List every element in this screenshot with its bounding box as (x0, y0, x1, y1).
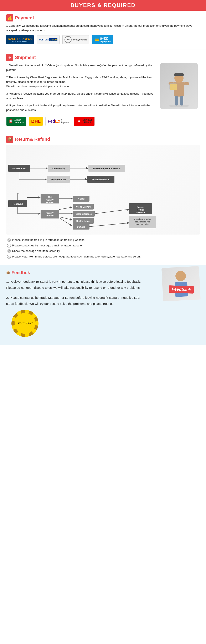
circle-4: ④ (7, 255, 11, 258)
gold-badge-inner: Your Text (14, 313, 35, 334)
shipment-section: ✈ Shipment 1. We will sent the items wit… (0, 50, 206, 130)
return-list-item-4: ④ Please Note: Men made defects are not … (6, 254, 200, 259)
fedex-logo: FedEx ®Express (45, 117, 71, 126)
flowchart-container: Not Received On the Way Please be patien… (6, 145, 200, 234)
svg-text:Problem: Problem (46, 214, 54, 217)
return-list-text-2: Please contact us by meesage, e-mail, or… (12, 244, 83, 248)
feedback-image-placeholder: Feedback (161, 266, 201, 302)
shipment-image-col (158, 63, 200, 115)
payment-title-row: 💰 Payment (6, 14, 200, 22)
return-icon-badge: 📦 (6, 136, 13, 143)
svg-text:Refund: Refund (137, 209, 144, 211)
shipment-point-3: 3. When you receive the items you ordere… (6, 92, 156, 101)
svg-text:Received: Received (13, 203, 23, 205)
svg-text:Received/Lost: Received/Lost (51, 178, 66, 181)
return-title-row: 📦 Return& Refund (6, 136, 200, 143)
gold-badge: Your Text (12, 311, 37, 336)
svg-text:Not Received: Not Received (12, 167, 26, 170)
svg-marker-45 (38, 213, 41, 215)
shipment-image (160, 63, 198, 109)
svg-text:Wrong Delivery: Wrong Delivery (76, 206, 91, 208)
shipment-icon-badge: ✈ (6, 54, 13, 61)
return-refund-section: 📦 Return& Refund Not Received On the Way… (0, 132, 206, 263)
feedback-icon-badge: 📦 (6, 271, 10, 274)
return-list-item-2: ② Please contact us by meesage, e-mail, … (6, 244, 200, 248)
feedback-title: Feedbck (11, 270, 30, 276)
shipment-point-2: 2.The shipment by China Post Registered … (6, 75, 156, 89)
circle-2: ② (7, 244, 11, 248)
svg-marker-15 (46, 167, 48, 169)
feedback-section: 📦 Feedbck Feedback 1. Positive Feedback … (0, 265, 206, 345)
shipment-title: Shipment (15, 55, 36, 60)
return-list-item-1: ① Please check the tracking in formation… (6, 238, 200, 242)
svg-text:Please be patient to wait: Please be patient to wait (93, 167, 120, 170)
svg-line-75 (90, 223, 127, 226)
flowchart-svg: Not Received On the Way Please be patien… (6, 145, 200, 232)
feedback-point-1: 1. Positive Feedback (5 Stars) is very i… (6, 279, 141, 290)
return-title: Return& Refund (15, 136, 50, 142)
svg-rect-4 (174, 74, 184, 76)
alipay-logo: 💳 支付宝 Alipay.com (92, 35, 113, 44)
bank-transfer-logo: BANK TRANSFER INTERNATIONAL (6, 35, 34, 44)
circle-1: ① (7, 238, 11, 242)
page-title: BUYERS & REQUIRED (0, 2, 206, 8)
sf-express-logo: SF EXPRESS顺丰速运 (74, 117, 95, 126)
svg-text:Not: Not (48, 196, 52, 198)
svg-text:Not fit: Not fit (78, 198, 85, 200)
circle-3: ③ (7, 249, 11, 253)
svg-text:could also tell us: could also tell us (136, 223, 150, 225)
svg-rect-46 (41, 210, 59, 218)
payment-title: Payment (15, 15, 34, 21)
chinapost-logo: 📮 中国邮政 CHINA POST (6, 117, 26, 126)
svg-line-61 (95, 210, 127, 214)
return-list-text-4: Please Note: Men made defects are not gu… (12, 254, 141, 259)
return-list-text-3: Check the package and Item, carefully. (12, 249, 60, 253)
svg-line-49 (59, 208, 71, 210)
delivery-person-svg (165, 65, 193, 107)
svg-marker-34 (38, 196, 41, 198)
svg-marker-28 (85, 178, 87, 180)
shipping-logos-row: 📮 中国邮政 CHINA POST DHL FedEx ®Express SF … (6, 117, 200, 126)
gold-badge-text: Your Text (17, 322, 33, 325)
feedback-point-2: 2. Please contact us by Trade Manager or… (6, 295, 141, 307)
return-list-text-1: Please check the tracking in formation o… (12, 238, 85, 242)
svg-text:Problem: Problem (46, 202, 54, 204)
shipment-point-4: 4. If you have not got it within the shi… (6, 103, 156, 112)
return-list-item-3: ③ Check the package and Item, carefully. (6, 249, 200, 253)
svg-text:Quality: Quality (46, 212, 53, 214)
shipment-title-row: ✈ Shipment (6, 54, 200, 61)
payment-section: 💰 Payment 1.Generally, we accept the fol… (0, 11, 206, 48)
svg-marker-64 (70, 218, 72, 220)
svg-point-0 (169, 105, 189, 107)
svg-text:On the Way: On the Way (52, 167, 65, 170)
svg-marker-24 (45, 178, 47, 180)
svg-text:Quality Defect: Quality Defect (76, 220, 90, 222)
svg-text:If you have any else: If you have any else (134, 218, 151, 220)
gold-badge-container: Your Text (6, 311, 200, 336)
svg-rect-10 (175, 96, 178, 106)
shipment-text-col: 1. We will sent the items within 2-5days… (6, 63, 156, 115)
feedback-label: Feedback (169, 286, 194, 294)
payment-logos-row: BANK TRANSFER INTERNATIONAL WESTERN UNIO… (6, 35, 200, 44)
svg-marker-19 (86, 167, 89, 169)
feedback-text-container: 1. Positive Feedback (5 Stars) is very i… (6, 279, 141, 307)
svg-text:Discount: Discount (136, 212, 145, 214)
svg-marker-54 (71, 213, 73, 215)
payment-description: 1.Generally, we accept the following pay… (6, 24, 200, 32)
shipment-point-1: 1. We will sent the items within 2-5days… (6, 63, 156, 72)
svg-text:requirements you: requirements you (135, 221, 150, 223)
page-header: BUYERS & REQUIRED (0, 0, 206, 11)
svg-text:Quality: Quality (46, 199, 53, 201)
return-numbered-list: ① Please check the tracking in formation… (6, 238, 200, 259)
svg-text:Resend: Resend (137, 206, 144, 208)
svg-marker-40 (71, 198, 73, 200)
dhl-logo: DHL (29, 117, 43, 126)
moneybookers-logo: mb moneybookers (62, 35, 89, 44)
svg-text:Damage: Damage (77, 226, 85, 228)
svg-text:Received/Refund: Received/Refund (92, 178, 110, 181)
svg-text:Color Difference: Color Difference (76, 213, 92, 215)
svg-marker-68 (70, 224, 72, 226)
shipment-content: 1. We will sent the items within 2-5days… (6, 63, 200, 115)
western-union-logo: WESTERN UNION (37, 35, 60, 44)
payment-icon-badge: 💰 (6, 14, 13, 22)
